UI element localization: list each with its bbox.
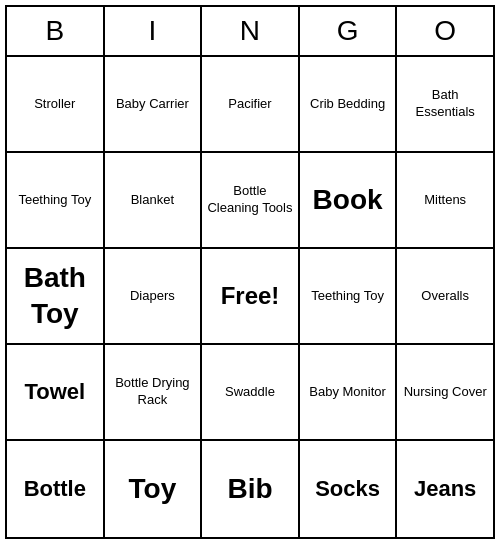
bingo-cell: Bib (202, 441, 300, 537)
header-letter: G (300, 7, 398, 57)
bingo-cell: Free! (202, 249, 300, 345)
bingo-row: Teething ToyBlanketBottle Cleaning Tools… (7, 153, 493, 249)
bingo-cell: Bottle (7, 441, 105, 537)
bingo-row: StrollerBaby CarrierPacifierCrib Bedding… (7, 57, 493, 153)
bingo-cell: Blanket (105, 153, 203, 249)
header-letter: I (105, 7, 203, 57)
bingo-cell: Swaddle (202, 345, 300, 441)
bingo-grid: StrollerBaby CarrierPacifierCrib Bedding… (7, 57, 493, 537)
bingo-cell: Toy (105, 441, 203, 537)
bingo-cell: Bath Essentials (397, 57, 493, 153)
bingo-cell: Mittens (397, 153, 493, 249)
bingo-cell: Overalls (397, 249, 493, 345)
bingo-row: TowelBottle Drying RackSwaddleBaby Monit… (7, 345, 493, 441)
bingo-cell: Teething Toy (300, 249, 398, 345)
bingo-cell: Crib Bedding (300, 57, 398, 153)
bingo-row: Bath ToyDiapersFree!Teething ToyOveralls (7, 249, 493, 345)
bingo-cell: Diapers (105, 249, 203, 345)
header-letter: O (397, 7, 493, 57)
bingo-cell: Baby Monitor (300, 345, 398, 441)
bingo-cell: Pacifier (202, 57, 300, 153)
bingo-cell: Bottle Drying Rack (105, 345, 203, 441)
bingo-cell: Stroller (7, 57, 105, 153)
header-letter: B (7, 7, 105, 57)
bingo-cell: Nursing Cover (397, 345, 493, 441)
bingo-cell: Towel (7, 345, 105, 441)
bingo-cell: Jeans (397, 441, 493, 537)
header-letter: N (202, 7, 300, 57)
bingo-header: BINGO (7, 7, 493, 57)
bingo-card: BINGO StrollerBaby CarrierPacifierCrib B… (5, 5, 495, 539)
bingo-cell: Bottle Cleaning Tools (202, 153, 300, 249)
bingo-row: BottleToyBibSocksJeans (7, 441, 493, 537)
bingo-cell: Socks (300, 441, 398, 537)
bingo-cell: Teething Toy (7, 153, 105, 249)
bingo-cell: Bath Toy (7, 249, 105, 345)
bingo-cell: Baby Carrier (105, 57, 203, 153)
bingo-cell: Book (300, 153, 398, 249)
